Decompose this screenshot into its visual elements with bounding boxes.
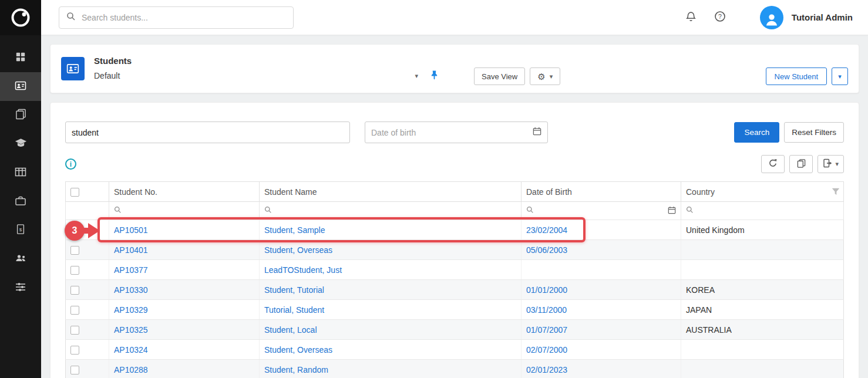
student-dob-link[interactable]: 03/11/2000: [526, 305, 567, 315]
row-checkbox[interactable]: [70, 246, 79, 255]
search-button[interactable]: Search: [734, 122, 779, 143]
sidebar-item-students[interactable]: [0, 72, 41, 101]
calendar-icon[interactable]: [533, 127, 541, 138]
row-checkbox[interactable]: [70, 266, 79, 275]
col-header-student-name[interactable]: Student Name: [260, 182, 522, 202]
view-selector[interactable]: Default ▾: [94, 71, 418, 80]
student-filter-input[interactable]: [65, 122, 350, 143]
table-columns-icon: [15, 166, 26, 180]
student-country: [681, 340, 844, 360]
student-no-link[interactable]: AP10288: [114, 365, 148, 374]
filter-student-name[interactable]: [260, 202, 522, 220]
export-icon: [823, 158, 832, 170]
student-name-link[interactable]: LeadTOStudent, Just: [264, 265, 342, 275]
student-name-link[interactable]: Student, Tutorial: [264, 285, 324, 295]
svg-text:?: ?: [718, 13, 722, 20]
student-dob-link[interactable]: 02/01/2023: [526, 365, 567, 374]
dob-filter-field[interactable]: [365, 122, 548, 143]
student-country: AUSTRALIA: [681, 320, 844, 340]
global-search[interactable]: [59, 6, 294, 29]
avatar[interactable]: [760, 6, 783, 29]
table-row[interactable]: AP10325 Student, Local 01/07/2007 AUSTRA…: [66, 320, 844, 340]
student-name-link[interactable]: Student, Overseas: [264, 345, 332, 355]
row-checkbox[interactable]: [70, 306, 79, 315]
student-dob-link[interactable]: 01/07/2007: [526, 325, 567, 335]
module-title-wrap: Students Default ▾: [94, 56, 439, 82]
sidebar-item-dashboard[interactable]: [0, 43, 41, 72]
header-actions: New Student ▾: [766, 68, 848, 85]
pin-view-button[interactable]: [430, 70, 439, 82]
student-name-link[interactable]: Student, Random: [264, 365, 328, 374]
table-row[interactable]: AP10377 LeadTOStudent, Just: [66, 260, 844, 280]
col-header-country-label: Country: [686, 187, 715, 197]
sidebar-item-timetable[interactable]: [0, 158, 41, 187]
student-dob-link[interactable]: 01/01/2000: [526, 285, 567, 295]
export-button[interactable]: ▾: [817, 155, 844, 173]
copy-icon: [797, 158, 806, 170]
app-logo[interactable]: [0, 0, 41, 35]
col-header-student-no[interactable]: Student No.: [109, 182, 260, 202]
sidebar-item-courses[interactable]: [0, 130, 41, 158]
info-icon[interactable]: i: [65, 158, 76, 170]
graduation-cap-icon: [15, 137, 27, 151]
sidebar-item-documents[interactable]: [0, 101, 41, 130]
table-row[interactable]: AP10401 Student, Overseas 05/06/2003: [66, 240, 844, 260]
table-row[interactable]: AP10501 Student, Sample 23/02/2004 Unite…: [66, 220, 844, 240]
sidebar-item-agents[interactable]: [0, 187, 41, 216]
search-icon: [114, 206, 122, 215]
table-row[interactable]: AP10329 Tutorial, Student 03/11/2000 JAP…: [66, 300, 844, 320]
table-row[interactable]: AP10324 Student, Overseas 02/07/2000: [66, 340, 844, 360]
student-dob-link[interactable]: 02/07/2000: [526, 345, 567, 355]
filter-dob[interactable]: [522, 202, 681, 220]
search-icon: [686, 206, 694, 215]
filter-country[interactable]: [681, 202, 844, 220]
chevron-down-icon: ▾: [838, 73, 842, 80]
sidebar-item-finance[interactable]: $: [0, 216, 41, 245]
table-header-row: Student No. Student Name Date of Birth C…: [66, 182, 844, 202]
student-name-link[interactable]: Student, Overseas: [264, 245, 332, 255]
row-checkbox[interactable]: [70, 286, 79, 295]
search-icon: [264, 206, 272, 215]
table-filter-row: [66, 202, 844, 220]
col-header-dob[interactable]: Date of Birth: [522, 182, 681, 202]
filter-student-no[interactable]: [109, 202, 260, 220]
col-header-country[interactable]: Country: [681, 182, 844, 202]
copy-button[interactable]: [789, 155, 813, 173]
student-no-link[interactable]: AP10401: [114, 245, 148, 255]
global-search-input[interactable]: [82, 13, 286, 22]
select-all-checkbox[interactable]: [70, 188, 79, 197]
help-button[interactable]: ?: [711, 7, 729, 28]
view-settings-button[interactable]: ⚙ ▾: [530, 68, 560, 85]
student-no-link[interactable]: AP10324: [114, 345, 148, 355]
table-row[interactable]: AP10330 Student, Tutorial 01/01/2000 KOR…: [66, 280, 844, 300]
select-all-cell: [66, 182, 109, 202]
student-dob-link[interactable]: 05/06/2003: [526, 245, 567, 255]
student-name-link[interactable]: Student, Local: [264, 325, 317, 335]
student-no-link[interactable]: AP10329: [114, 305, 148, 315]
student-name-link[interactable]: Student, Sample: [264, 225, 325, 235]
notifications-button[interactable]: [682, 8, 700, 28]
dob-filter-input[interactable]: [371, 128, 533, 137]
row-checkbox[interactable]: [70, 346, 79, 355]
sidebar-item-users[interactable]: [0, 245, 41, 274]
student-name-link[interactable]: Tutorial, Student: [264, 305, 324, 315]
student-no-link[interactable]: AP10501: [114, 225, 148, 235]
student-no-link[interactable]: AP10377: [114, 265, 148, 275]
new-student-dropdown-button[interactable]: ▾: [832, 68, 848, 85]
refresh-button[interactable]: [761, 155, 785, 173]
filter-funnel-icon[interactable]: [832, 188, 840, 197]
student-no-link[interactable]: AP10330: [114, 285, 148, 295]
calendar-icon[interactable]: [668, 206, 676, 216]
reset-filters-button[interactable]: Reset Filters: [784, 122, 844, 143]
row-checkbox[interactable]: [70, 226, 79, 235]
student-no-link[interactable]: AP10325: [114, 325, 148, 335]
row-checkbox[interactable]: [70, 366, 79, 374]
briefcase-icon: [15, 195, 26, 209]
user-name[interactable]: Tutorial Admin: [792, 12, 853, 22]
student-dob-link[interactable]: 23/02/2004: [526, 225, 567, 235]
save-view-button[interactable]: Save View: [474, 68, 525, 85]
row-checkbox[interactable]: [70, 326, 79, 335]
new-student-button[interactable]: New Student: [766, 68, 827, 85]
table-row[interactable]: AP10288 Student, Random 02/01/2023: [66, 360, 844, 378]
sidebar-item-settings[interactable]: [0, 274, 41, 302]
